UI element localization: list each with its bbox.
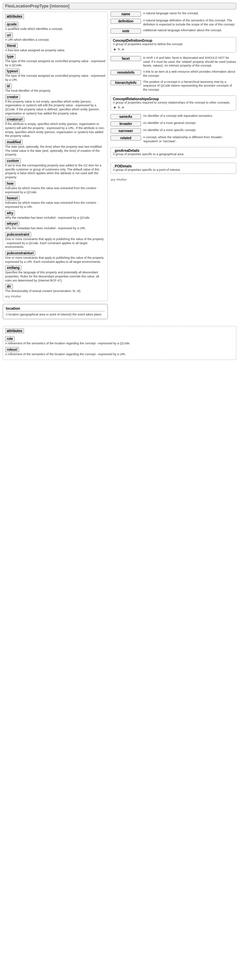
attr-how-name: how [5, 181, 15, 186]
attr-xmllang-desc: Specifies the language of this property … [5, 270, 105, 283]
poi-details-group: _POIDetails A group of properties specif… [111, 163, 236, 174]
attr-creator-name: creator [5, 94, 20, 100]
item-definition-desc: A natural language definition of the sem… [143, 19, 236, 27]
attr-dir-name: dir [5, 284, 13, 289]
item-definition-label: definition [111, 19, 141, 24]
attr-typeuri-desc: The type of the concept assigned as cont… [5, 74, 105, 82]
item-sameAs-label: sameAs [111, 114, 141, 119]
attributes-label: attributes [5, 14, 24, 19]
attr-id: id The local identifier of the property. [5, 84, 105, 93]
attr-whyuri-name: whyuri [5, 221, 19, 226]
attr-xmllang-name: xmllang [5, 265, 21, 270]
main-layout: attributes qcode A qualified code which … [3, 11, 236, 322]
page-title: FlexLocationPropType [inionson] [3, 3, 236, 10]
attr-custom: custom If set to true the corresponding … [5, 158, 105, 180]
attr-literal-name: literal [5, 43, 17, 48]
attr-whyuri-desc: Why the metadata has been included - exp… [5, 226, 105, 231]
attr-dir: dir The directionality of textual conten… [5, 284, 105, 293]
attr-why-desc: Why the metadata has been included - exp… [5, 216, 105, 220]
attr-uri-name: uri [5, 33, 13, 38]
item-related-desc: A concept, where the relationship is dif… [143, 135, 236, 143]
item-broader-label: broader [111, 121, 141, 126]
item-facet-desc: In NAR 1.8 and later, facet is deprecate… [143, 56, 236, 68]
attr-custom-desc: If set to true the corresponding propert… [5, 164, 105, 180]
attr-id-name: id [5, 84, 11, 89]
attr-pubconstrainturi: pubconstrainturi One or more constraints… [5, 251, 105, 264]
attr-dir-desc: The directionality of textual content (e… [5, 289, 105, 293]
item-sameAs-desc: An identifier of a concept with equivale… [143, 114, 236, 118]
concept-relationships-group-desc: A group of properties required to convey… [113, 101, 230, 105]
attr-id-desc: The local identifier of the property. [5, 89, 105, 93]
bottom-attr-role-name: role [5, 336, 14, 341]
poi-desc: A group of properties specific to a poin… [113, 168, 181, 172]
attr-howuri: howuri Indicates by which means the valu… [5, 196, 105, 209]
item-narrower-label: narrower [111, 128, 141, 134]
attr-modified-desc: The date (and, optionally, the time) whe… [5, 145, 105, 157]
attr-creator-desc: If the property value is not empty, spec… [5, 100, 105, 116]
attr-type-desc: The type of the concept assigned as cont… [5, 59, 105, 67]
attr-custom-name: custom [5, 158, 21, 163]
multiplicity2-value: 0...e [118, 106, 124, 109]
concept-definition-group-label: ConceptDefinitionGroup [113, 39, 182, 43]
bottom-attr-roleuri: roleuri A refinement of the semantics of… [5, 347, 234, 356]
attr-creatoruri-name: creatoruri [5, 117, 24, 122]
bottom-attributes-section: attributes role A refinement of the sema… [3, 326, 236, 360]
location-title: location [6, 306, 105, 312]
geo-area-desc: A group of properties specific to a geog… [113, 153, 184, 156]
attr-type: type The type of the concept assigned as… [5, 54, 105, 67]
concept-relationships-group: ConceptRelationshipsGroup A group of pro… [111, 95, 236, 111]
item-hierarchyInfo-label: hierarchyInfo [111, 80, 141, 85]
multiplicity-left: ◆ [114, 48, 116, 51]
item-note-label: note [111, 29, 141, 33]
attr-pubconstraint-desc: One or more constraints that apply to pu… [5, 237, 105, 249]
attr-literal-desc: A free-text value assigned as property v… [5, 49, 105, 52]
bottom-attr-roleuri-desc: A refinement of the semantics of the loc… [5, 353, 234, 356]
attr-type-name: type [5, 54, 16, 59]
bottom-attr-role-desc: A refinement of the semantics of the loc… [5, 342, 234, 346]
attr-qcode: qcode A qualified code which identifies … [5, 22, 105, 31]
attr-pubconstrainturi-name: pubconstrainturi [5, 251, 35, 256]
attr-why: why Why the metadata has been included -… [5, 210, 105, 220]
geo-area-label: _geoAreaDetails [113, 149, 184, 153]
attr-how-desc: Indicates by which means the value was e… [5, 186, 105, 194]
bottom-attr-role: role A refinement of the semantics of th… [5, 336, 234, 346]
right-item-related: related A concept, where the relationshi… [111, 135, 236, 143]
right-item-note: note Additional natural language informa… [111, 29, 236, 33]
concept-definition-group-desc: A group of properties required to define… [113, 43, 182, 46]
page-container: FlexLocationPropType [inionson] attribut… [0, 0, 239, 365]
concept-relationships-group-label: ConceptRelationshipsGroup [113, 97, 230, 101]
multiplicity-value: 0...e [118, 48, 124, 51]
attr-pubconstraint: pubconstraint One or more constraints th… [5, 232, 105, 249]
attr-creatoruri: creatoruri If the attribute is empty, sp… [5, 117, 105, 138]
attr-qcode-name: qcode [5, 22, 18, 27]
poi-label: _POIDetails [113, 164, 181, 168]
attr-qcode-desc: A qualified code which identifies a conc… [5, 27, 105, 31]
item-narrower-desc: An identifier of a more specific concept… [143, 128, 236, 132]
concept-definition-group: ConceptDefinitionGroup A group of proper… [111, 37, 236, 52]
any-other-label: any ##other [5, 295, 105, 298]
item-note-desc: Additional natural language information … [143, 29, 236, 33]
right-items-list: name A natural language name for the con… [111, 11, 236, 182]
attributes-section: attributes qcode A qualified code which … [3, 11, 108, 301]
right-item-narrower: narrower An identifier of a more specifi… [111, 128, 236, 134]
attr-modified: modified The date (and, optionally, the … [5, 140, 105, 157]
attr-howuri-name: howuri [5, 196, 20, 201]
item-related-label: related [111, 135, 141, 141]
location-desc: A location (geographical area or point o… [6, 313, 105, 317]
item-remoteInfo-desc: A link to an item at a web resource whic… [143, 70, 236, 78]
bottom-section: attributes role A refinement of the sema… [3, 326, 236, 360]
item-broader-desc: An identifier of a more general concept. [143, 121, 236, 125]
right-item-broader: broader An identifier of a more general … [111, 121, 236, 126]
attr-uri-desc: A URI which identifies a concept. [5, 38, 105, 42]
item-name-desc: A natural language name for the concept. [143, 11, 236, 16]
attr-literal: literal A free-text value assigned as pr… [5, 43, 105, 52]
right-item-hierarchyInfo: hierarchyInfo The position of a concept … [111, 80, 236, 92]
right-item-sameAs: sameAs An identifier of a concept with e… [111, 114, 236, 119]
bottom-attributes-label: attributes [5, 328, 24, 334]
attr-why-name: why [5, 210, 15, 216]
attr-typeuri-name: typeuri [5, 68, 20, 74]
attr-pubconstrainturi-desc: One or more constraints that apply to pu… [5, 256, 105, 264]
attr-howuri-desc: Indicates by which means the value was e… [5, 201, 105, 209]
right-item-remoteInfo: remoteInfo A link to an item at a web re… [111, 70, 236, 78]
attr-pubconstraint-name: pubconstraint [5, 232, 31, 237]
